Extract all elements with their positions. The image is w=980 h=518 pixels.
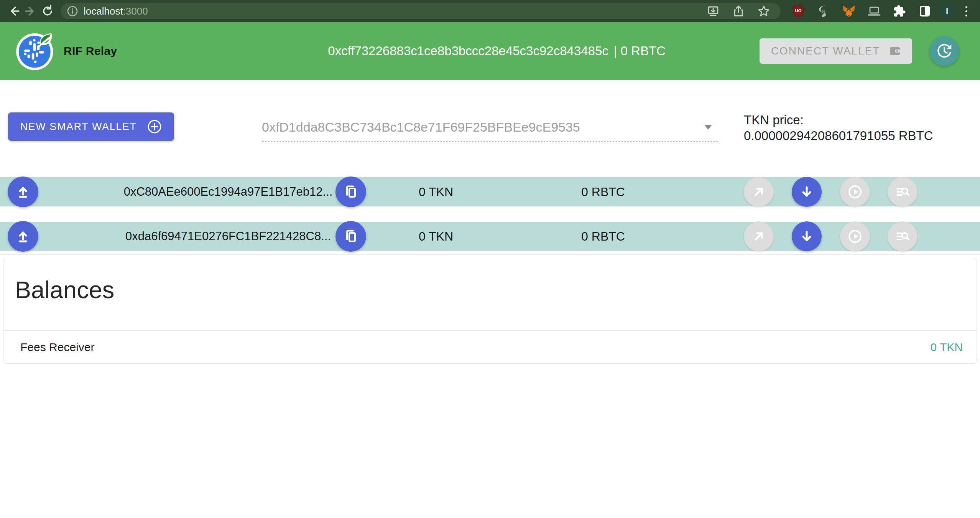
search-list-icon bbox=[894, 183, 911, 200]
s-extension-button[interactable]: S bbox=[816, 3, 831, 19]
copy-address-button[interactable] bbox=[335, 221, 366, 252]
deposit-button[interactable] bbox=[792, 221, 822, 251]
plus-circle-icon bbox=[147, 119, 162, 134]
play-circle-icon bbox=[847, 183, 863, 200]
smart-wallet-select-value: 0xfD1dda8C3BC734Bc1C8e71F69F25BFBEe9cE95… bbox=[262, 120, 580, 135]
arrow-down-icon bbox=[798, 183, 815, 200]
search-list-icon bbox=[894, 228, 911, 245]
smart-wallet-row: 0xda6f69471E0276FC1BF221428C8... 0 TKN 0… bbox=[0, 222, 980, 251]
url-port: :3000 bbox=[123, 5, 148, 17]
wallet-rbtc-balance: 0 RBTC bbox=[581, 222, 625, 251]
forward-button[interactable] bbox=[22, 3, 39, 20]
relay-button[interactable] bbox=[840, 221, 870, 251]
s-label: S bbox=[822, 8, 825, 15]
ublock-label: UO bbox=[795, 8, 802, 13]
wallet-icon bbox=[889, 46, 901, 56]
new-smart-wallet-label: NEW SMART WALLET bbox=[20, 121, 136, 133]
extensions-menu-button[interactable] bbox=[892, 3, 907, 19]
url-host: localhost bbox=[84, 5, 123, 17]
menu-dots-icon bbox=[965, 6, 967, 16]
s-extension-icon: S bbox=[817, 5, 830, 18]
bookmark-button[interactable] bbox=[756, 3, 771, 19]
back-icon bbox=[7, 5, 20, 18]
copy-icon bbox=[342, 183, 359, 200]
share-icon bbox=[732, 5, 745, 18]
forward-icon bbox=[24, 5, 37, 18]
address-bar[interactable]: localhost:3000 bbox=[61, 3, 781, 19]
app-title: RIF Relay bbox=[64, 45, 117, 58]
transfer-button[interactable] bbox=[744, 221, 774, 251]
account-address: 0xcff73226883c1ce8b3bccc28e45c3c92c84348… bbox=[328, 44, 608, 58]
laptop-icon bbox=[867, 5, 881, 18]
arrow-up-right-icon bbox=[750, 183, 767, 200]
browser-toolbar: localhost:3000 UO S bbox=[0, 0, 980, 22]
deploy-wallet-button[interactable] bbox=[8, 221, 38, 252]
side-panel-icon bbox=[918, 5, 931, 18]
site-info-icon[interactable] bbox=[67, 5, 78, 17]
url-text: localhost:3000 bbox=[84, 5, 148, 17]
back-button[interactable] bbox=[5, 3, 22, 20]
browser-window: localhost:3000 UO S bbox=[0, 0, 980, 518]
copy-address-button[interactable] bbox=[335, 177, 366, 207]
brand: RIF Relay bbox=[15, 30, 117, 73]
new-smart-wallet-button[interactable]: NEW SMART WALLET bbox=[8, 112, 174, 141]
table-row: Fees Receiver 0 TKN bbox=[3, 330, 977, 363]
address-bar-actions bbox=[705, 3, 774, 19]
fees-receiver-label: Fees Receiver bbox=[20, 341, 94, 354]
smart-wallet-row: 0xC80AEe600Ec1994a97E1B17eb12... 0 TKN 0… bbox=[0, 177, 980, 206]
laptop-extension-button[interactable] bbox=[867, 3, 882, 19]
arrow-up-right-icon bbox=[750, 228, 767, 245]
connect-wallet-label: CONNECT WALLET bbox=[771, 45, 880, 57]
update-icon bbox=[936, 43, 953, 59]
bookmark-star-icon bbox=[757, 5, 770, 18]
copy-icon bbox=[342, 228, 359, 245]
wallet-tkn-balance: 0 TKN bbox=[419, 177, 453, 206]
reload-button[interactable] bbox=[39, 3, 56, 20]
deposit-button[interactable] bbox=[792, 177, 822, 207]
profile-avatar[interactable]: I bbox=[939, 3, 955, 19]
wallet-rbtc-balance: 0 RBTC bbox=[581, 177, 625, 206]
inspect-transactions-button[interactable] bbox=[888, 221, 918, 251]
tkn-price-value: 0.00000294208601791055 RBTC bbox=[744, 128, 933, 144]
header-actions: CONNECT WALLET bbox=[760, 36, 959, 66]
connected-account: 0xcff73226883c1ce8b3bccc28e45c3c92c84348… bbox=[328, 44, 666, 58]
fox-extension-button[interactable] bbox=[841, 3, 857, 19]
fox-icon bbox=[842, 4, 856, 18]
extension-area: UO S bbox=[791, 3, 932, 19]
fees-receiver-value: 0 TKN bbox=[931, 341, 963, 354]
account-balance: | 0 RBTC bbox=[614, 44, 666, 58]
app-header: RIF Relay 0xcff73226883c1ce8b3bccc28e45c… bbox=[0, 22, 980, 80]
ublock-shield-icon: UO bbox=[791, 4, 805, 18]
connect-wallet-button[interactable]: CONNECT WALLET bbox=[760, 38, 912, 64]
profile-initial: I bbox=[946, 6, 948, 16]
refresh-button[interactable] bbox=[929, 36, 959, 66]
rif-relay-logo bbox=[15, 30, 58, 73]
tkn-price: TKN price: 0.00000294208601791055 RBTC bbox=[744, 112, 933, 144]
install-app-button[interactable] bbox=[705, 3, 721, 19]
tkn-price-label: TKN price: bbox=[744, 112, 933, 128]
install-app-icon bbox=[707, 5, 720, 18]
transfer-button[interactable] bbox=[744, 177, 774, 207]
arrow-down-icon bbox=[798, 228, 815, 245]
deploy-wallet-button[interactable] bbox=[8, 177, 38, 207]
shield-extension-button[interactable]: UO bbox=[791, 3, 806, 19]
chevron-down-icon bbox=[704, 125, 712, 130]
reload-icon bbox=[41, 5, 54, 18]
balances-title: Balances bbox=[15, 276, 114, 304]
inspect-transactions-button[interactable] bbox=[888, 177, 918, 207]
balances-card: Balances Fees Receiver 0 TKN bbox=[3, 258, 977, 364]
play-circle-icon bbox=[847, 228, 863, 245]
puzzle-icon bbox=[893, 5, 906, 18]
browser-menu-button[interactable] bbox=[958, 3, 975, 20]
upload-icon bbox=[15, 228, 31, 245]
relay-button[interactable] bbox=[840, 177, 870, 207]
section-divider bbox=[0, 254, 980, 255]
upload-icon bbox=[15, 183, 31, 200]
share-button[interactable] bbox=[731, 3, 746, 19]
wallet-tkn-balance: 0 TKN bbox=[419, 222, 453, 251]
smart-wallet-select[interactable]: 0xfD1dda8C3BC734Bc1C8e71F69F25BFBEe9cE95… bbox=[262, 113, 718, 142]
side-panel-button[interactable] bbox=[917, 3, 932, 19]
